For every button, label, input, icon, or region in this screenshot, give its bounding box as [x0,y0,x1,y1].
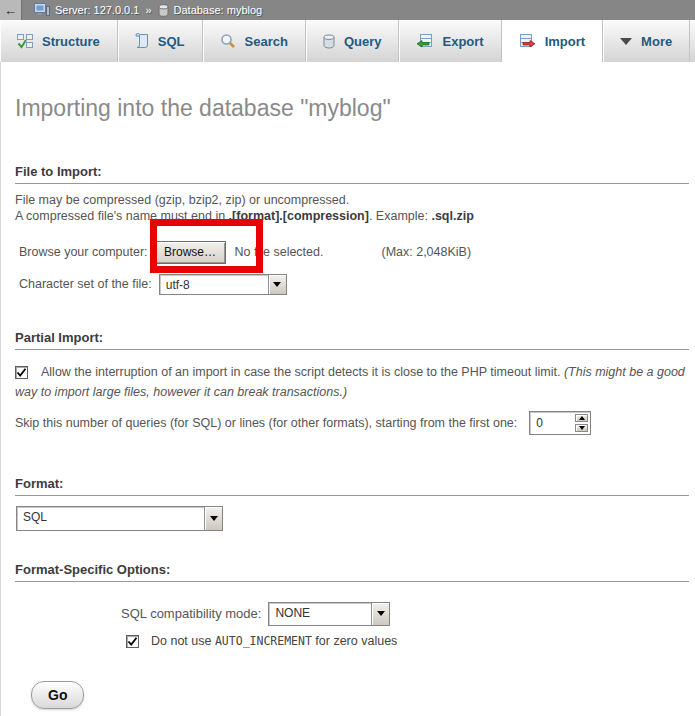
no-file-selected-text: No file selected. [235,245,324,259]
format-selected-value: SQL [17,507,204,530]
tab-more[interactable]: More [603,20,690,62]
page-title: Importing into the database "myblog" [15,62,695,122]
dropdown-arrow-icon[interactable] [268,275,286,294]
back-button[interactable]: ← [0,0,22,20]
format-select[interactable]: SQL [16,506,223,531]
spinner-down-button[interactable] [575,424,588,432]
tab-structure[interactable]: Structure [0,20,118,62]
charset-label: Character set of the file: [19,277,152,291]
section-heading-partial-import: Partial Import: [15,330,689,350]
go-button[interactable]: Go [31,681,84,709]
tab-label: More [641,34,672,49]
breadcrumb-server-label: Server: 127.0.0.1 [55,4,139,16]
sql-compatibility-select[interactable]: NONE [268,602,390,626]
tab-import[interactable]: Import [502,20,603,62]
tab-label: Import [545,34,585,49]
charset-select[interactable]: utf-8 [159,274,287,295]
tab-bar: Structure SQL Search Query [0,20,695,62]
database-icon [158,4,169,17]
auto-increment-code: AUTO_INCREMENT [215,634,312,648]
spinner-buttons [573,412,590,434]
sql-compatibility-row: SQL compatibility mode: NONE [15,601,695,626]
sql-icon [135,33,149,49]
auto-increment-option: Do not use AUTO_INCREMENT for zero value… [15,634,695,648]
allow-interrupt-option: Allow the interruption of an import in c… [15,362,693,402]
structure-icon [17,33,33,49]
tab-export[interactable]: Export [399,20,501,62]
sql-compatibility-label: SQL compatibility mode: [121,606,261,621]
auto-increment-label: Do not use AUTO_INCREMENT for zero value… [151,634,397,648]
dropdown-arrow-icon[interactable] [371,603,389,625]
search-icon [220,33,236,49]
export-icon [416,33,433,49]
tab-label: Structure [42,34,100,49]
skip-queries-row: Skip this number of queries (for SQL) or… [15,410,695,435]
allow-interrupt-checkbox[interactable] [15,366,28,379]
charset-row: Character set of the file: utf-8 [15,273,695,295]
skip-queries-input[interactable]: 0 [529,411,591,435]
tab-label: SQL [158,34,185,49]
allow-interrupt-label: Allow the interruption of an import in c… [41,365,564,379]
tab-query[interactable]: Query [306,20,400,62]
server-icon [34,3,50,17]
tab-search[interactable]: Search [203,20,306,62]
tab-label: Export [442,34,483,49]
tab-label: Search [245,34,288,49]
skip-queries-label: Skip this number of queries (for SQL) or… [15,416,517,430]
max-upload-size: (Max: 2,048KiB) [381,245,471,259]
breadcrumb-database-label: Database: myblog [174,4,263,16]
section-heading-format-options: Format-Specific Options: [15,562,689,582]
import-icon [519,33,536,49]
section-heading-file-to-import: File to Import: [15,164,689,184]
dropdown-arrow-icon[interactable] [204,507,222,530]
compression-help-text: File may be compressed (gzip, bzip2, zip… [15,192,695,224]
browse-label: Browse your computer: [19,245,148,259]
import-page: Importing into the database "myblog" Fil… [0,62,695,716]
tab-label: Query [344,34,382,49]
browse-row: Browse your computer: Browse… No file se… [15,240,695,264]
tab-sql[interactable]: SQL [118,20,203,62]
query-icon [323,34,335,49]
section-heading-format: Format: [15,476,689,496]
auto-increment-checkbox[interactable] [126,635,139,648]
breadcrumb-server[interactable]: Server: 127.0.0.1 [34,3,139,17]
breadcrumb-database[interactable]: Database: myblog [158,4,263,17]
charset-selected-value: utf-8 [160,275,268,294]
breadcrumb-bar: ← Server: 127.0.0.1 » Database: myblog [0,0,695,20]
browse-button[interactable]: Browse… [155,241,226,264]
skip-queries-value: 0 [530,412,573,434]
breadcrumb-separator: » [145,4,151,16]
sql-compatibility-value: NONE [269,603,371,625]
spinner-up-button[interactable] [575,414,588,422]
back-arrow-icon: ← [4,3,17,18]
chevron-down-icon [620,38,632,45]
